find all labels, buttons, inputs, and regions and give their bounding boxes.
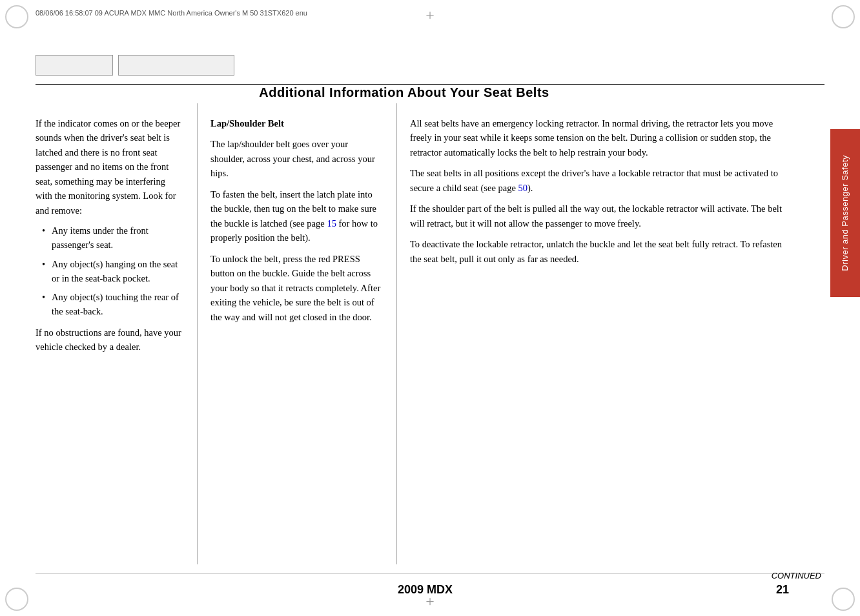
bullet-list: Any items under the front passenger's se… [42,224,184,319]
footer-model: 2009 MDX [74,583,776,597]
footer-page-number: 21 [776,583,789,597]
bottom-divider [36,573,824,574]
middle-column: Lap/Shoulder Belt The lap/shoulder belt … [197,103,397,564]
right-body-2: The seat belts in all positions except t… [410,166,786,195]
left-intro: If the indicator comes on or the beeper … [36,116,184,218]
middle-body-3: To unlock the belt, press the red PRESS … [210,252,384,324]
bullet-item-3: Any object(s) touching the rear of the s… [42,291,184,319]
print-metadata: 08/06/06 16:58:07 09 ACURA MDX MMC North… [36,9,307,17]
left-column: If the indicator comes on or the beeper … [36,103,197,564]
continued-label: CONTINUED [772,571,821,580]
corner-mark-br [832,588,855,611]
middle-subtitle: Lap/Shoulder Belt [210,116,384,130]
corner-mark-tr [832,5,855,28]
middle-body-1: The lap/shoulder belt goes over your sho… [210,137,384,180]
page-ref-child[interactable]: 50 [518,183,527,193]
nav-buttons-area [36,55,234,76]
left-outro: If no obstructions are found, have your … [36,325,184,354]
top-divider [36,84,824,85]
corner-mark-tl [5,5,28,28]
content-columns: If the indicator comes on or the beeper … [36,103,824,564]
nav-button-2[interactable] [118,55,234,76]
crosshair-top [420,5,440,25]
right-body-1: All seat belts have an emergency locking… [410,116,786,159]
nav-button-1[interactable] [36,55,113,76]
page-title: Additional Information About Your Seat B… [0,85,808,100]
right-body-3: If the shoulder part of the belt is pull… [410,201,786,231]
middle-body-2: To fasten the belt, insert the latch pla… [210,187,384,245]
right-column: All seat belts have an emergency locking… [397,103,824,564]
right-body-4: To deactivate the lockable retractor, un… [410,237,786,266]
page-footer: 2009 MDX 21 [0,583,824,597]
bullet-item-1: Any items under the front passenger's se… [42,224,184,252]
sidebar-tab-label: Driver and Passenger Safety [839,155,851,271]
bullet-item-2: Any object(s) hanging on the seat or in … [42,258,184,286]
sidebar-tab: Driver and Passenger Safety [830,129,860,297]
main-content: If the indicator comes on or the beeper … [36,103,824,564]
page-ref-fasten[interactable]: 15 [327,218,336,229]
